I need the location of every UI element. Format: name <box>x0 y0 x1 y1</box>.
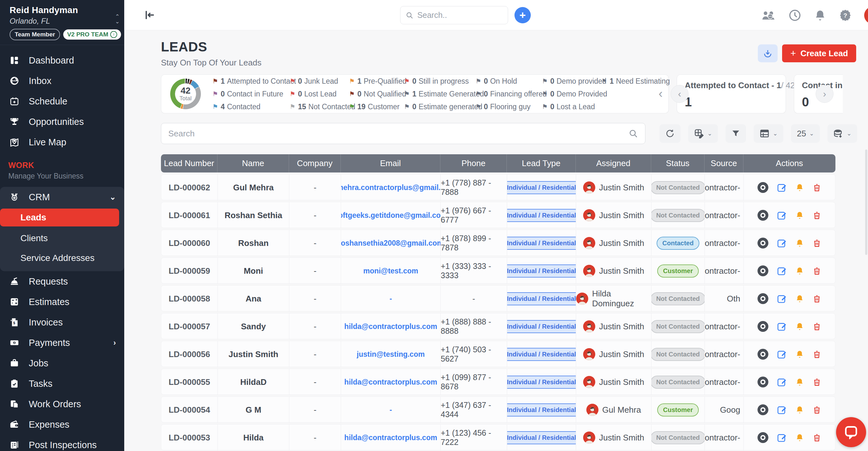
email-link[interactable]: softgeeks.getitdone@gmail.com <box>341 202 440 229</box>
refresh-button[interactable] <box>659 124 681 143</box>
notifications-bell-icon[interactable] <box>814 9 827 22</box>
bulk-edit-button[interactable]: ⌄ <box>688 124 718 143</box>
quick-add-button[interactable]: + <box>515 7 531 23</box>
view-lead-button[interactable] <box>757 349 768 360</box>
sidebar-item-service-addresses[interactable]: Service Addresses <box>0 248 124 268</box>
table-search-input[interactable] <box>168 129 628 139</box>
sidebar-item-clients[interactable]: Clients <box>0 229 124 248</box>
view-lead-button[interactable] <box>757 238 768 248</box>
team-icon[interactable] <box>761 9 776 22</box>
delete-lead-button[interactable] <box>812 350 822 359</box>
reminder-bell-button[interactable] <box>795 377 804 387</box>
columns-button[interactable]: ⌄ <box>754 124 783 143</box>
chat-widget-button[interactable] <box>836 417 866 447</box>
reminder-bell-button[interactable] <box>795 266 804 276</box>
table-row[interactable]: LD-000059Moni-moni@test.com+1 (333) 333 … <box>161 258 835 283</box>
edit-lead-button[interactable] <box>777 266 787 276</box>
sidebar-item-opportunities[interactable]: Opportunities <box>0 112 124 132</box>
email-link[interactable]: hilda@contractorplus.com <box>341 424 440 451</box>
edit-lead-button[interactable] <box>777 321 787 332</box>
sidebar-item-expenses[interactable]: Expenses <box>0 414 124 435</box>
reminder-bell-button[interactable] <box>795 350 804 359</box>
sidebar-item-invoices[interactable]: $ Invoices <box>0 312 124 332</box>
delete-lead-button[interactable] <box>812 322 822 331</box>
filter-button[interactable] <box>725 124 746 143</box>
sidebar-item-tasks[interactable]: Tasks <box>0 373 124 394</box>
view-lead-button[interactable] <box>757 377 768 387</box>
delete-lead-button[interactable] <box>812 405 822 415</box>
global-search-input[interactable] <box>417 10 503 20</box>
delete-lead-button[interactable] <box>812 266 822 276</box>
window-scrollbar[interactable] <box>865 149 867 255</box>
edit-lead-button[interactable] <box>777 377 787 387</box>
delete-lead-button[interactable] <box>812 294 822 303</box>
stats-scroll-left-icon[interactable]: ‹ <box>658 87 663 100</box>
user-avatar[interactable] <box>864 7 868 24</box>
edit-lead-button[interactable] <box>777 238 787 248</box>
table-row[interactable]: LD-000055HildaD-hilda@contractorplus.com… <box>161 369 835 395</box>
view-lead-button[interactable] <box>757 432 768 443</box>
column-header[interactable]: Source <box>704 154 743 173</box>
column-header[interactable]: Phone <box>440 154 506 173</box>
reminder-bell-button[interactable] <box>795 238 804 248</box>
account-switcher[interactable]: REIDHANDYMAN Reid Handyman Orlando, FL T… <box>0 0 124 45</box>
sidebar-item-schedule[interactable]: Schedule <box>0 91 124 112</box>
column-header[interactable]: Status <box>651 154 704 173</box>
email-link[interactable]: justin@testing.com <box>341 341 440 367</box>
page-size-select[interactable]: 25 ⌄ <box>791 124 820 143</box>
table-row[interactable]: LD-000056Justin Smith-justin@testing.com… <box>161 341 835 367</box>
sidebar-item-leads[interactable]: Leads <box>0 209 119 227</box>
email-link[interactable]: hilda@contractorplus.com <box>341 369 440 395</box>
delete-lead-button[interactable] <box>812 238 822 248</box>
column-header[interactable]: Name <box>217 154 289 173</box>
sidebar-item-dashboard[interactable]: Dashboard <box>0 50 124 70</box>
column-header[interactable]: Company <box>289 154 340 173</box>
export-button[interactable]: ⌄ <box>828 124 857 143</box>
reminder-bell-button[interactable] <box>795 433 804 442</box>
reminder-bell-button[interactable] <box>795 322 804 331</box>
reminder-bell-button[interactable] <box>795 294 804 303</box>
view-lead-button[interactable] <box>757 265 768 276</box>
delete-lead-button[interactable] <box>812 210 822 220</box>
email-link[interactable]: - <box>341 397 440 423</box>
email-link[interactable]: gulmehra.contractorplus@gmail.com <box>341 174 440 201</box>
table-row[interactable]: LD-000057Sandy-hilda@contractorplus.com+… <box>161 313 835 339</box>
kpi-next-button[interactable]: › <box>816 85 834 103</box>
kpi-prev-button[interactable]: ‹ <box>671 85 688 103</box>
sidebar-item-inbox[interactable]: Inbox <box>0 70 124 91</box>
plan-badge[interactable]: V2 PRO TEAM↑ <box>63 29 121 40</box>
column-header[interactable]: Lead Type <box>506 154 576 173</box>
table-row[interactable]: LD-000061Roshan Sethia-softgeeks.getitdo… <box>161 202 835 228</box>
sidebar-item-payments[interactable]: Payments › <box>0 332 124 353</box>
reminder-bell-button[interactable] <box>795 210 804 220</box>
edit-lead-button[interactable] <box>777 182 787 192</box>
sidebar-item-crm[interactable]: CRM ⌄ <box>0 187 124 207</box>
email-link[interactable]: - <box>341 285 440 312</box>
sidebar-item-live-map[interactable]: Live Map <box>0 132 124 152</box>
table-row[interactable]: LD-000058Ana---Individual / ResidentialH… <box>161 285 835 311</box>
sidebar-item-post-inspections[interactable]: Post Inspections <box>0 435 124 451</box>
create-lead-button[interactable]: +Create Lead <box>782 44 856 62</box>
sidebar-item-estimates[interactable]: Estimates <box>0 292 124 312</box>
email-link[interactable]: hilda@contractorplus.com <box>341 313 440 339</box>
help-icon[interactable]: ? <box>839 9 852 22</box>
table-row[interactable]: LD-000054G M--+1 (347) 637 - 4344Individ… <box>161 396 835 423</box>
table-row[interactable]: LD-000053Hilda-hilda@contractorplus.com+… <box>161 424 835 450</box>
reminder-bell-button[interactable] <box>795 183 804 192</box>
column-header[interactable]: Email <box>340 154 440 173</box>
edit-lead-button[interactable] <box>777 349 787 359</box>
delete-lead-button[interactable] <box>812 183 822 192</box>
column-header[interactable]: Lead Number <box>161 154 217 173</box>
email-link[interactable]: moni@test.com <box>341 258 440 284</box>
delete-lead-button[interactable] <box>812 377 822 387</box>
sidebar-collapse-button[interactable] <box>144 9 156 21</box>
email-link[interactable]: roshansethia2008@gmail.com <box>341 230 440 256</box>
download-leads-button[interactable] <box>758 44 778 62</box>
reminder-bell-button[interactable] <box>795 405 804 415</box>
kpi-card-attempted[interactable]: Attempted to Contact - 1/ 42 1 <box>677 74 786 113</box>
edit-lead-button[interactable] <box>777 432 787 443</box>
account-expand-icon[interactable]: ⌃⌃ <box>115 15 120 23</box>
clock-icon[interactable] <box>788 9 802 22</box>
sidebar-item-requests[interactable]: Requests <box>0 271 124 292</box>
column-header[interactable]: Assigned <box>576 154 651 173</box>
